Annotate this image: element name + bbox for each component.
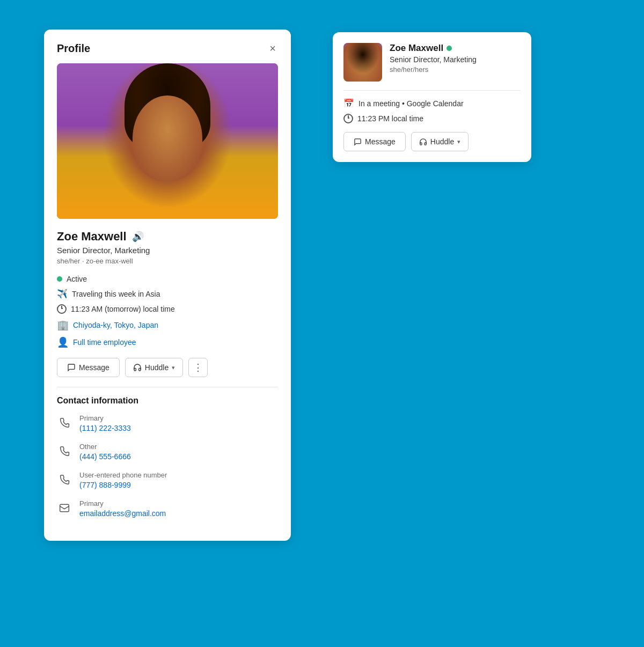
message-label: Message <box>79 363 109 372</box>
popup-message-button[interactable]: Message <box>343 132 406 151</box>
phone-svg-3 <box>59 474 70 485</box>
status-row: Active <box>57 275 278 283</box>
contact-info-user-phone: User-entered phone number (777) 888-9999 <box>79 471 167 490</box>
popup-headphones-icon <box>419 138 427 146</box>
profile-card: Profile × Zoe Maxwell 🔊 Senior Director,… <box>44 30 291 541</box>
travel-row: ✈️ Traveling this week in Asia <box>57 289 278 299</box>
clock-icon <box>57 304 67 314</box>
popup-meeting-row: 📅 In a meeting • Google Calendar <box>343 98 521 108</box>
local-time-label: 11:23 AM (tomorrow) local time <box>71 305 175 313</box>
svg-rect-0 <box>60 504 69 511</box>
card-title: Profile <box>57 42 90 55</box>
popup-user-info: Zoe Maxwell Senior Director, Marketing s… <box>390 43 521 82</box>
more-icon: ⋮ <box>193 362 203 373</box>
message-button[interactable]: Message <box>57 358 120 377</box>
employment-link[interactable]: Full time employee <box>73 338 136 347</box>
huddle-button[interactable]: Huddle ▾ <box>125 358 183 377</box>
chevron-down-icon: ▾ <box>172 364 175 371</box>
popup-message-icon <box>354 138 362 146</box>
user-name-row: Zoe Maxwell 🔊 <box>57 230 278 244</box>
popup-huddle-button[interactable]: Huddle ▾ <box>411 132 469 151</box>
actions-row: Message Huddle ▾ ⋮ <box>57 358 278 377</box>
contact-item-user-phone: User-entered phone number (777) 888-9999 <box>57 471 278 490</box>
user-name: Zoe Maxwell <box>57 230 127 244</box>
contact-info-other-phone: Other (444) 555-6666 <box>79 443 131 461</box>
contact-item-email: Primary emailaddress@gmail.com <box>57 499 278 518</box>
popup-actions: Message Huddle ▾ <box>343 132 521 151</box>
location-row: 🏢 Chiyoda-ky, Tokyo, Japan <box>57 319 278 331</box>
user-pronouns: she/her · zo-ee max-well <box>57 257 278 265</box>
popup-avatar <box>343 43 382 82</box>
popup-avatar-image <box>343 43 382 82</box>
phone-svg-1 <box>59 417 70 428</box>
popup-user-title: Senior Director, Marketing <box>390 55 521 64</box>
popup-header: Zoe Maxwell Senior Director, Marketing s… <box>343 43 521 82</box>
phone-svg-2 <box>59 446 70 457</box>
speaker-icon[interactable]: 🔊 <box>132 231 144 242</box>
popup-time-row: 11:23 PM local time <box>343 114 521 123</box>
location-link[interactable]: Chiyoda-ky, Tokyo, Japan <box>73 321 158 329</box>
more-options-button[interactable]: ⋮ <box>188 358 208 377</box>
contact-label-3: User-entered phone number <box>79 471 167 479</box>
contact-info-email: Primary emailaddress@gmail.com <box>79 499 166 518</box>
huddle-label: Huddle <box>145 363 169 372</box>
person-icon: 👤 <box>57 336 69 348</box>
contact-label-2: Other <box>79 443 131 451</box>
message-icon <box>67 363 76 372</box>
calendar-icon: 📅 <box>343 98 354 108</box>
contact-item-primary-phone: Primary (111) 222-3333 <box>57 414 278 433</box>
status-label: Active <box>67 275 87 283</box>
contact-info-primary-phone: Primary (111) 222-3333 <box>79 414 131 433</box>
contact-label-1: Primary <box>79 414 131 422</box>
phone-icon-1 <box>57 415 72 430</box>
contact-label-4: Primary <box>79 499 166 508</box>
popup-user-pronouns: she/her/hers <box>390 65 521 73</box>
status-indicator <box>57 276 62 282</box>
popup-huddle-label: Huddle <box>430 137 454 146</box>
travel-icon: ✈️ <box>57 289 68 299</box>
popup-name-row: Zoe Maxwell <box>390 43 521 54</box>
popup-chevron-icon: ▾ <box>457 138 460 145</box>
popup-meeting-status: In a meeting • Google Calendar <box>358 99 464 108</box>
employment-row: 👤 Full time employee <box>57 336 278 348</box>
close-button[interactable]: × <box>267 42 278 55</box>
profile-photo-face <box>57 63 278 219</box>
popup-local-time: 11:23 PM local time <box>357 114 423 123</box>
popup-status-dot <box>447 46 452 51</box>
phone-icon-3 <box>57 472 72 487</box>
contact-value-2[interactable]: (444) 555-6666 <box>79 452 131 461</box>
email-icon <box>57 501 72 516</box>
contact-section-title: Contact information <box>57 396 278 406</box>
travel-label: Traveling this week in Asia <box>72 290 160 298</box>
contact-value-3[interactable]: (777) 888-9999 <box>79 481 131 489</box>
phone-icon-2 <box>57 444 72 459</box>
building-icon: 🏢 <box>57 319 69 331</box>
popup-clock-icon <box>343 114 353 123</box>
user-title: Senior Director, Marketing <box>57 246 278 255</box>
contact-item-other-phone: Other (444) 555-6666 <box>57 443 278 461</box>
profile-photo <box>57 63 278 219</box>
popup-divider <box>343 90 521 91</box>
popup-card: Zoe Maxwell Senior Director, Marketing s… <box>333 32 531 162</box>
card-header: Profile × <box>57 42 278 55</box>
popup-user-name: Zoe Maxwell <box>390 43 443 54</box>
time-row: 11:23 AM (tomorrow) local time <box>57 304 278 314</box>
contact-value-1[interactable]: (111) 222-3333 <box>79 424 131 432</box>
divider <box>57 387 278 387</box>
email-svg <box>59 503 70 513</box>
headphones-icon <box>133 363 142 372</box>
contact-value-4[interactable]: emailaddress@gmail.com <box>79 509 166 518</box>
popup-message-label: Message <box>365 137 396 146</box>
